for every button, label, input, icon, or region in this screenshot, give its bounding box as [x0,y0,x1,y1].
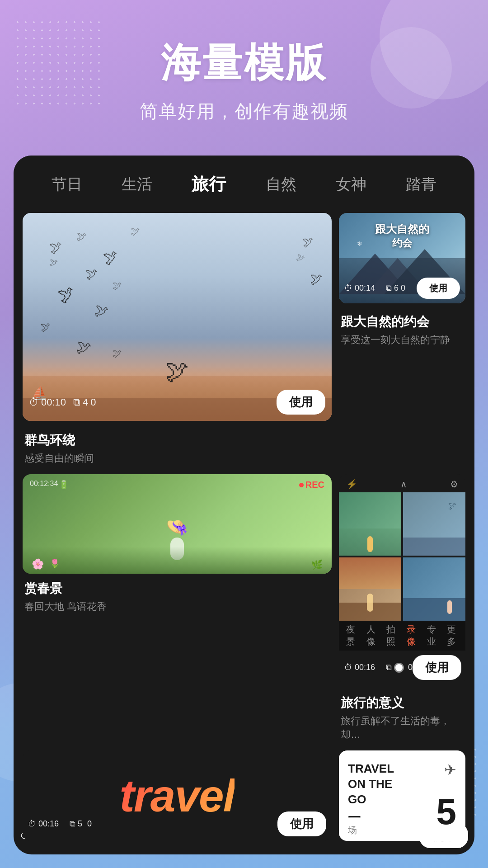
settings-icon: ⚙ [450,479,458,490]
tab-nature[interactable]: 自然 [264,170,298,198]
tog-right: ✈ 5 [436,761,457,830]
main-card: 节日 生活 旅行 自然 女神 踏青 🕊 🕊 🕊 🕊 🕊 🕊 [14,156,474,854]
travel-meaning-subtitle: 旅行虽解不了生活的毒，却… [341,714,464,741]
travel-word-card[interactable]: travel ⏱ 00:16 ⧉ 5 0 使用 [23,750,332,841]
cam-photo: 拍照 [386,623,398,648]
nature-count: 6 [394,283,399,293]
nature-subtitle: 享受这一刻大自然的宁静 [341,333,464,347]
travel-on-go-section: TRAVEL ON THE GO 一 场 ✈ 5 [339,750,465,841]
right-column: 🌲 🌲 跟大自然的 约会 ❄ ⏱ [339,213,465,421]
flash-icon: ⚡ [346,479,357,490]
middle-row: REC 00:12:34 🔋 👒 🌸 [23,474,465,746]
grid-card-meta: ⏱ 00:16 ⧉ 0 使用 [339,651,465,684]
cam-night: 夜景 [346,623,357,648]
spring-section: REC 00:12:34 🔋 👒 🌸 [23,474,332,746]
grid-photo-2: 🕊 [403,492,465,556]
tab-spring-outing[interactable]: 踏青 [404,170,438,198]
tab-travel[interactable]: 旅行 [190,169,228,199]
spring-card[interactable]: REC 00:12:34 🔋 👒 🌸 [23,474,332,574]
grid-photo-1 [339,492,401,556]
bottom-row: travel ⏱ 00:16 ⧉ 5 0 使用 [23,750,465,841]
tog-content: TRAVEL ON THE GO 一 场 ✈ 5 [339,750,465,841]
tab-life[interactable]: 生活 [120,170,154,198]
birds-subtitle: 感受自由的瞬间 [24,452,464,465]
spring-subtitle: 春回大地 鸟语花香 [24,600,330,613]
birds-count: ⧉ 4 0 [73,396,96,408]
birds-use-button[interactable]: 使用 [277,390,325,415]
spring-desc: 赏春景 春回大地 鸟语花香 [23,574,332,618]
page-subtitle: 简单好用，创作有趣视频 [18,99,470,124]
clock-icon: ⏱ [29,396,39,408]
travel-word-meta: ⏱ 00:16 ⧉ 5 0 使用 [28,811,326,836]
travel-on-go-card[interactable]: TRAVEL ON THE GO 一 场 ✈ 5 [339,750,465,841]
cam-portrait: 人像 [366,623,378,648]
nature-desc: 跟大自然的约会 享受这一刻大自然的宁静 [339,308,465,354]
birds-duration: ⏱ 00:10 [29,396,66,408]
right-bottom-col: ⚡ ∧ ⚙ 🕊 [339,474,465,746]
grid-photo-3 [339,557,401,621]
nature-card[interactable]: 🌲 🌲 跟大自然的 约会 ❄ ⏱ [339,213,465,303]
birds-meta-info: ⏱ 00:10 ⧉ 4 0 [29,396,271,408]
travel-meaning-title: 旅行的意义 [341,694,464,712]
tab-goddess[interactable]: 女神 [334,170,368,198]
travel-word-use-button[interactable]: 使用 [277,811,326,836]
birds-title: 群鸟环绕 [24,432,464,449]
chevron-icon: ∧ [400,479,407,490]
nature-duration: 00:14 [355,283,375,293]
cam-pro: 专业 [427,623,438,648]
travel-meaning-use-button[interactable]: 使用 [413,655,461,680]
birds-desc: 群鸟环绕 感受自由的瞬间 [23,425,465,474]
tog-number: 5 [436,794,457,830]
photo-grid-card[interactable]: ⚡ ∧ ⚙ 🕊 [339,474,465,684]
content-area: 🕊 🕊 🕊 🕊 🕊 🕊 🕊 🕊 🕊 🕊 🕊 🕊 🕊 🕊 🕊 [14,208,474,854]
grid-photo-4 [403,557,465,621]
airplane-icon: ✈ [444,761,456,778]
top-row: 🕊 🕊 🕊 🕊 🕊 🕊 🕊 🕊 🕊 🕊 🕊 🕊 🕊 🕊 🕊 [23,213,465,421]
category-tabs: 节日 生活 旅行 自然 女神 踏青 [14,156,474,208]
birds-card[interactable]: 🕊 🕊 🕊 🕊 🕊 🕊 🕊 🕊 🕊 🕊 🕊 🕊 🕊 🕊 🕊 [23,213,332,421]
photo-grid: 🕊 [339,492,465,621]
cam-video: 录像 [407,623,418,648]
camera-bar: 夜景 人像 拍照 录像 专业 更多 [339,621,465,651]
page-title: 海量模版 [18,36,470,90]
layers-icon: ⧉ [73,396,80,408]
tab-festival[interactable]: 节日 [50,170,84,198]
tog-title: TRAVEL ON THE GO [348,761,436,807]
nature-use-button[interactable]: 使用 [417,278,460,299]
spring-scene: REC 00:12:34 🔋 👒 🌸 [23,474,332,574]
birds-card-meta: ⏱ 00:10 ⧉ 4 0 使用 [29,390,325,415]
cam-more: 更多 [447,623,458,648]
nature-title: 跟大自然的约会 [341,313,464,330]
header: 海量模版 简单好用，创作有趣视频 [0,0,488,146]
tog-text-area: TRAVEL ON THE GO 一 场 [348,761,436,830]
travel-meaning-desc: 旅行的意义 旅行虽解不了生活的毒，却… [339,689,465,746]
travel-duration: 00:16 [355,663,375,672]
grid-card-header: ⚡ ∧ ⚙ [339,474,465,492]
rec-indicator: REC [299,480,324,490]
spring-title: 赏春景 [24,580,330,597]
